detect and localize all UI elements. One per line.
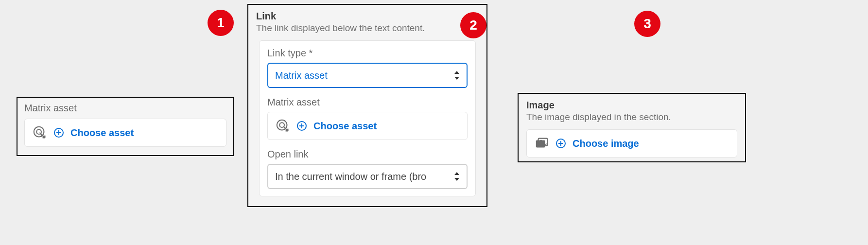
plus-icon <box>297 121 307 131</box>
link-section-title: Link <box>256 11 479 22</box>
open-link-value: In the current window or frame (bro <box>275 171 426 182</box>
plus-icon <box>54 128 64 138</box>
matrix-asset-panel: Matrix asset Choose asset <box>17 97 234 156</box>
open-link-label: Open link <box>267 149 468 160</box>
svg-point-3 <box>279 122 284 127</box>
link-type-select[interactable]: Matrix asset <box>267 63 468 88</box>
choose-image-button[interactable]: Choose image <box>526 129 737 158</box>
image-section-desc: The image displayed in the section. <box>526 112 737 122</box>
target-click-icon <box>276 119 290 133</box>
matrix-asset-label: Matrix asset <box>267 97 468 108</box>
choose-asset-label: Choose asset <box>313 121 377 132</box>
image-icon <box>535 136 549 151</box>
image-section-title: Image <box>526 100 737 111</box>
image-panel: Image The image displayed in the section… <box>518 93 746 162</box>
choose-image-label: Choose image <box>573 138 639 149</box>
link-type-value: Matrix asset <box>275 70 328 81</box>
step-badge-1: 1 <box>208 10 234 36</box>
step-badge-3: 3 <box>634 11 660 37</box>
select-arrows-icon <box>454 172 460 181</box>
link-panel: Link The link displayed below the text c… <box>247 4 487 207</box>
svg-point-6 <box>540 140 542 142</box>
link-type-label: Link type * <box>267 48 468 59</box>
select-arrows-icon <box>454 71 460 80</box>
choose-asset-button[interactable]: Choose asset <box>24 119 226 147</box>
choose-asset-button[interactable]: Choose asset <box>267 112 468 140</box>
matrix-asset-field-label: Matrix asset <box>24 103 226 114</box>
link-fields-box: Link type * Matrix asset Matrix asset Ch… <box>259 40 476 196</box>
plus-icon <box>556 139 566 148</box>
step-badge-2: 2 <box>460 12 486 38</box>
target-click-icon <box>33 125 47 140</box>
link-section-desc: The link displayed below the text conten… <box>256 23 479 34</box>
choose-asset-label: Choose asset <box>70 127 134 139</box>
open-link-select[interactable]: In the current window or frame (bro <box>267 164 468 189</box>
